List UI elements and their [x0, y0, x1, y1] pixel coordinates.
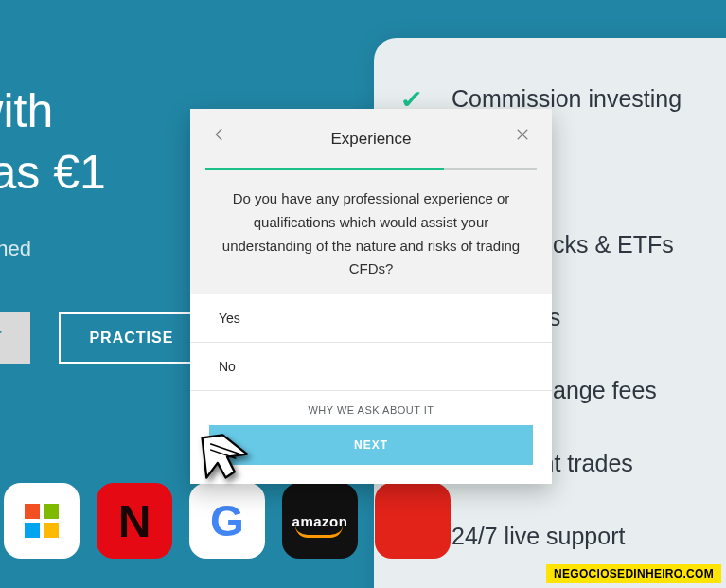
option-no[interactable]: No: [190, 343, 552, 391]
brand-icon: [375, 483, 451, 559]
next-button[interactable]: NEXT: [209, 425, 533, 465]
feature-row: ✓ 24/7 live support: [402, 523, 726, 550]
modal-options: Yes No: [190, 294, 552, 391]
netflix-label: N: [118, 495, 151, 547]
hero-line-2: as little as €1: [0, 142, 106, 204]
modal-question: Do you have any professional experience …: [205, 170, 537, 281]
modal-title: Experience: [330, 130, 411, 149]
progress-bar: [205, 168, 537, 170]
modal-header: Experience Do you have any professional …: [190, 109, 552, 294]
cta-row: CREATE ACCOUNT PRACTISE: [0, 312, 204, 364]
experience-modal: Experience Do you have any professional …: [190, 109, 552, 484]
amazon-label: amazon: [292, 513, 348, 529]
hero-line-1: Invest with: [0, 80, 106, 142]
hero-subheading: people have already joined: [0, 237, 31, 261]
practice-button[interactable]: PRACTISE: [59, 312, 204, 364]
amazon-icon: amazon: [282, 483, 358, 559]
create-account-button[interactable]: CREATE ACCOUNT: [0, 312, 30, 364]
netflix-icon: N: [97, 483, 172, 559]
check-icon: ✓: [399, 87, 432, 112]
close-icon[interactable]: [514, 126, 531, 148]
brand-strip: N G amazon: [0, 483, 451, 559]
microsoft-icon: [4, 483, 80, 559]
google-icon: G: [189, 483, 265, 559]
option-yes[interactable]: Yes: [190, 294, 552, 343]
why-we-ask-link[interactable]: WHY WE ASK ABOUT IT: [190, 391, 552, 423]
feature-text: 24/7 live support: [452, 523, 625, 550]
watermark: NEGOCIOSEDINHEIRO.COM: [546, 564, 721, 583]
progress-bar-fill: [205, 168, 444, 170]
hero-heading: Invest with as little as €1: [0, 80, 106, 204]
back-icon[interactable]: [211, 126, 228, 148]
